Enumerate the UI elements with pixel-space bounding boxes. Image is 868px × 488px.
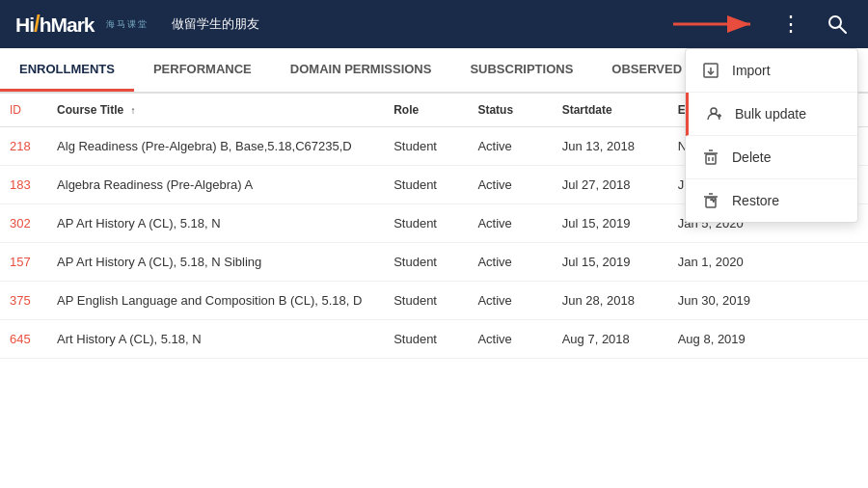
tab-performance[interactable]: PERFORMANCE bbox=[134, 48, 271, 92]
cell-status: Active bbox=[468, 166, 552, 204]
cell-id: 157 bbox=[0, 243, 47, 282]
cell-enroll bbox=[784, 320, 868, 359]
cell-startdate: Jul 15, 2019 bbox=[553, 243, 668, 282]
svg-point-2 bbox=[829, 16, 841, 28]
cell-id: 645 bbox=[0, 320, 47, 359]
tab-domain-permissions[interactable]: DOMAIN PERMISSIONS bbox=[271, 48, 451, 92]
logo: Hi/hMark 海马课堂 bbox=[15, 7, 149, 41]
restore-label: Restore bbox=[732, 193, 779, 208]
cell-role: Student bbox=[384, 320, 468, 359]
cell-startdate: Jul 15, 2019 bbox=[553, 204, 668, 243]
cell-enroll bbox=[784, 243, 868, 282]
cell-role: Student bbox=[384, 282, 468, 320]
dropdown-delete[interactable]: Delete bbox=[686, 136, 857, 179]
svg-rect-9 bbox=[706, 154, 716, 164]
restore-icon bbox=[701, 191, 720, 210]
col-header-id[interactable]: ID bbox=[0, 94, 47, 127]
cell-enddate: Jan 1, 2020 bbox=[668, 243, 784, 282]
brand-name: Hi/hMark bbox=[15, 11, 95, 38]
svg-point-6 bbox=[711, 108, 717, 114]
cell-role: Student bbox=[384, 243, 468, 282]
table-row[interactable]: 375 AP English Language and Composition … bbox=[0, 282, 868, 320]
dropdown-bulk-update[interactable]: Bulk update bbox=[686, 93, 857, 136]
import-icon bbox=[701, 61, 720, 80]
col-header-startdate[interactable]: Startdate bbox=[553, 94, 668, 127]
dropdown-import[interactable]: Import bbox=[686, 49, 857, 93]
col-header-role[interactable]: Role bbox=[384, 94, 468, 127]
bulk-update-label: Bulk update bbox=[735, 106, 806, 122]
cell-enroll bbox=[784, 282, 868, 320]
tab-subscriptions[interactable]: SUBSCRIPTIONS bbox=[450, 48, 592, 92]
header-right: ⋮ bbox=[673, 9, 853, 40]
app-header: Hi/hMark 海马课堂 做留学生的朋友 ⋮ bbox=[0, 0, 868, 48]
cell-enddate: Jun 30, 2019 bbox=[668, 282, 784, 320]
svg-line-3 bbox=[840, 27, 846, 33]
cell-enddate: Aug 8, 2019 bbox=[668, 320, 784, 359]
cell-id: 218 bbox=[0, 127, 47, 166]
cell-startdate: Jun 13, 2018 bbox=[553, 127, 668, 166]
cell-title: AP Art History A (CL), 5.18, N bbox=[47, 204, 384, 243]
cell-startdate: Aug 7, 2018 bbox=[553, 320, 668, 359]
subtitle: 做留学生的朋友 bbox=[172, 15, 259, 33]
header-left: Hi/hMark 海马课堂 做留学生的朋友 bbox=[15, 7, 259, 41]
cell-title: Algebra Readiness (Pre-Algebra) A bbox=[47, 166, 384, 204]
table-row[interactable]: 157 AP Art History A (CL), 5.18, N Sibli… bbox=[0, 243, 868, 282]
cell-status: Active bbox=[468, 320, 552, 359]
cell-title: AP Art History A (CL), 5.18, N Sibling bbox=[47, 243, 384, 282]
col-header-title[interactable]: Course Title ↑ bbox=[47, 94, 384, 127]
cell-id: 183 bbox=[0, 166, 47, 204]
search-button[interactable] bbox=[822, 9, 853, 40]
import-label: Import bbox=[732, 63, 771, 78]
cell-id: 375 bbox=[0, 282, 47, 320]
sort-icon: ↑ bbox=[131, 105, 136, 116]
col-header-status[interactable]: Status bbox=[468, 94, 552, 127]
cell-status: Active bbox=[468, 243, 552, 282]
cell-role: Student bbox=[384, 204, 468, 243]
cell-title: Alg Readiness (Pre-Algebra) B, Base,5.18… bbox=[47, 127, 384, 166]
cell-title: AP English Language and Composition B (C… bbox=[47, 282, 384, 320]
delete-icon bbox=[701, 148, 720, 167]
cell-title: Art History A (CL), 5.18, N bbox=[47, 320, 384, 359]
cell-startdate: Jul 27, 2018 bbox=[553, 166, 668, 204]
bulk-update-icon bbox=[704, 104, 723, 123]
tab-enrollments[interactable]: ENROLLMENTS bbox=[0, 48, 134, 92]
more-options-button[interactable]: ⋮ bbox=[775, 9, 806, 40]
brand-sub: 海马课堂 bbox=[106, 18, 149, 31]
cell-status: Active bbox=[468, 127, 552, 166]
cell-status: Active bbox=[468, 282, 552, 320]
cell-startdate: Jun 28, 2018 bbox=[553, 282, 668, 320]
logo-img: Hi/hMark bbox=[15, 7, 102, 41]
cell-role: Student bbox=[384, 166, 468, 204]
dropdown-restore[interactable]: Restore bbox=[686, 179, 857, 222]
delete-label: Delete bbox=[732, 149, 771, 165]
dropdown-menu: Import Bulk update Delete bbox=[685, 48, 858, 223]
search-icon bbox=[827, 14, 847, 34]
table-row[interactable]: 645 Art History A (CL), 5.18, N Student … bbox=[0, 320, 868, 359]
arrow-indicator bbox=[673, 14, 760, 34]
cell-id: 302 bbox=[0, 204, 47, 243]
cell-status: Active bbox=[468, 204, 552, 243]
cell-role: Student bbox=[384, 127, 468, 166]
